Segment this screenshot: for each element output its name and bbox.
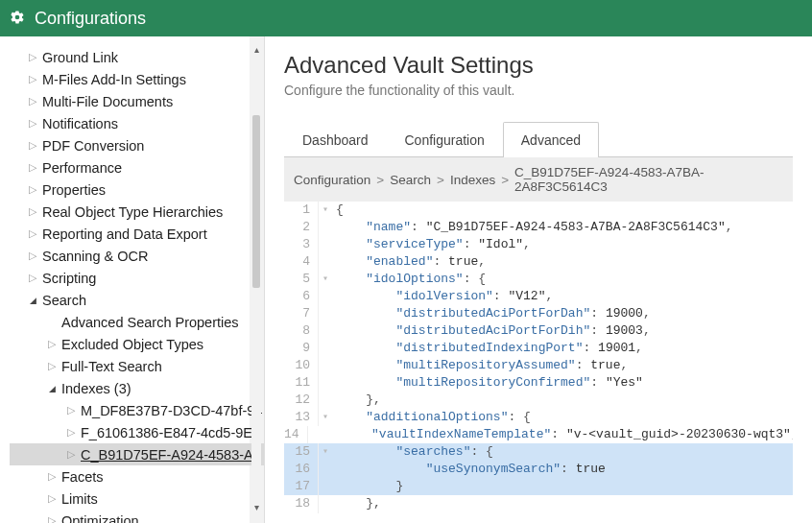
chevron-right-icon[interactable]: ▷: [44, 492, 60, 505]
chevron-right-icon[interactable]: ▷: [25, 95, 40, 107]
chevron-down-icon[interactable]: ◢: [25, 296, 40, 305]
tree-item-label: Reporting and Data Export: [42, 226, 207, 242]
scroll-thumb[interactable]: [252, 115, 260, 288]
chevron-right-icon[interactable]: ▷: [25, 205, 40, 218]
tree-item[interactable]: ▷Performance: [10, 156, 264, 178]
scroll-track[interactable]: [251, 58, 261, 502]
tree-item[interactable]: Advanced Search Properties: [10, 311, 264, 333]
breadcrumb-item[interactable]: C_B91D75EF-A924-4583-A7BA-2A8F3C5614C3: [514, 165, 783, 194]
chevron-right-icon: >: [376, 173, 384, 187]
editor-line[interactable]: 8 "distributedAciPortForDih": 19003,: [284, 322, 793, 340]
tree-item[interactable]: ▷M_DF8E37B7-D3CD-47bf-94: [10, 399, 264, 421]
tree-item[interactable]: ▷Scripting: [10, 267, 264, 289]
line-number: 17: [284, 478, 319, 495]
breadcrumb-item[interactable]: Configuration: [294, 173, 370, 187]
chevron-right-icon[interactable]: ▷: [25, 161, 40, 174]
tree-item[interactable]: ▷Limits: [10, 487, 264, 510]
tree-item[interactable]: ▷Multi-File Documents: [10, 90, 264, 112]
editor-line[interactable]: 10 "multiRepositoryAssumed": true,: [284, 357, 793, 374]
sidebar-scrollbar[interactable]: ▴ ▾: [251, 44, 262, 515]
chevron-right-icon[interactable]: ▷: [25, 250, 40, 262]
code-text: "multiRepositoryAssumed": true,: [332, 357, 793, 374]
tab-configuration[interactable]: Configuration: [387, 122, 503, 157]
editor-line[interactable]: 19 "configurationType": "shared",: [284, 512, 793, 513]
tab-dashboard[interactable]: Dashboard: [284, 122, 387, 157]
tree-item-label: Indexes (3): [61, 381, 131, 396]
editor-line[interactable]: 2 "name": "C_B91D75EF-A924-4583-A7BA-2A8…: [284, 219, 793, 236]
fold-icon: [319, 461, 332, 478]
tree-item-label: Multi-File Documents: [42, 94, 173, 109]
tree-item[interactable]: ▷Optimization: [10, 510, 264, 523]
tree-item[interactable]: ▷Notifications: [10, 112, 264, 134]
tree-item[interactable]: ▷Properties: [10, 178, 264, 201]
editor-line[interactable]: 13▾ "additionalOptions": {: [284, 409, 793, 426]
tab-advanced[interactable]: Advanced: [503, 122, 599, 157]
chevron-right-icon[interactable]: ▷: [25, 183, 40, 196]
code-text: "searches": {: [332, 443, 793, 461]
chevron-right-icon[interactable]: ▷: [25, 227, 40, 240]
tree-item[interactable]: ▷C_B91D75EF-A924-4583-A7: [10, 443, 264, 465]
tree-item[interactable]: ▷M-Files Add-In Settings: [10, 68, 264, 90]
tree-item[interactable]: ▷Facets: [10, 465, 264, 487]
app-header: Configurations: [0, 0, 812, 36]
tree-item[interactable]: ▷Real Object Type Hierarchies: [10, 201, 264, 223]
editor-line[interactable]: 3 "serviceType": "Idol",: [284, 236, 793, 253]
chevron-right-icon[interactable]: ▷: [25, 117, 40, 130]
editor-line[interactable]: 5▾ "idolOptions": {: [284, 271, 793, 288]
editor-line[interactable]: 15▾ "searches": {: [284, 443, 793, 461]
tree-item[interactable]: ▷Reporting and Data Export: [10, 223, 264, 245]
chevron-right-icon[interactable]: ▷: [25, 51, 40, 63]
tree-item-label: Scanning & OCR: [42, 249, 148, 264]
json-editor[interactable]: 1▾{2 "name": "C_B91D75EF-A924-4583-A7BA-…: [284, 202, 793, 513]
editor-line[interactable]: 1▾{: [284, 202, 793, 219]
scroll-down-icon[interactable]: ▾: [254, 502, 259, 515]
fold-icon[interactable]: ▾: [319, 443, 332, 461]
chevron-right-icon[interactable]: ▷: [44, 360, 60, 372]
editor-line[interactable]: 16 "useSynonymSearch": true: [284, 461, 793, 478]
code-text: "distributedIndexingPort": 19001,: [332, 340, 793, 357]
fold-icon[interactable]: ▾: [319, 202, 332, 219]
chevron-right-icon[interactable]: ▷: [63, 404, 79, 416]
scroll-up-icon[interactable]: ▴: [254, 44, 259, 58]
chevron-right-icon[interactable]: ▷: [25, 272, 40, 284]
tree-item-label: Ground Link: [42, 50, 118, 65]
breadcrumb-item[interactable]: Search: [390, 173, 431, 187]
chevron-right-icon[interactable]: ▷: [63, 448, 79, 461]
line-number: 4: [284, 253, 319, 271]
tree-item[interactable]: ◢Search: [10, 289, 264, 311]
chevron-down-icon[interactable]: ◢: [44, 384, 60, 393]
fold-icon[interactable]: ▾: [319, 271, 332, 288]
line-number: 5: [284, 271, 319, 288]
tree-item[interactable]: ▷PDF Conversion: [10, 134, 264, 156]
editor-line[interactable]: 18 },: [284, 495, 793, 512]
tree-item[interactable]: ▷Excluded Object Types: [10, 333, 264, 355]
tree-item[interactable]: ▷Ground Link: [10, 46, 264, 68]
tree-item-label: Optimization: [61, 513, 139, 524]
tree-item[interactable]: ◢Indexes (3): [10, 377, 264, 399]
chevron-right-icon[interactable]: ▷: [44, 338, 60, 350]
editor-line[interactable]: 14 "vaultIndexNameTemplate": "v-<vault_g…: [284, 426, 793, 443]
chevron-right-icon[interactable]: ▷: [44, 514, 60, 523]
chevron-right-icon[interactable]: ▷: [25, 139, 40, 152]
breadcrumb-item[interactable]: Indexes: [450, 173, 495, 187]
tree-item[interactable]: ▷Full-Text Search: [10, 355, 264, 377]
chevron-right-icon[interactable]: ▷: [25, 73, 40, 85]
line-number: 6: [284, 288, 319, 305]
code-text: "useSynonymSearch": true: [332, 461, 793, 478]
chevron-right-icon[interactable]: ▷: [44, 470, 60, 483]
editor-line[interactable]: 11 "multiRepositoryConfirmed": "Yes": [284, 374, 793, 392]
editor-line[interactable]: 6 "idolVersion": "V12",: [284, 288, 793, 305]
tree-item[interactable]: ▷F_61061386-E847-4cd5-9E0: [10, 421, 264, 443]
editor-line[interactable]: 9 "distributedIndexingPort": 19001,: [284, 340, 793, 357]
editor-line[interactable]: 4 "enabled": true,: [284, 253, 793, 271]
fold-icon[interactable]: ▾: [319, 409, 332, 426]
editor-line[interactable]: 17 }: [284, 478, 793, 495]
tree-item[interactable]: ▷Scanning & OCR: [10, 245, 264, 267]
editor-line[interactable]: 7 "distributedAciPortForDah": 19000,: [284, 305, 793, 322]
line-number: 9: [284, 340, 319, 357]
fold-icon: [319, 322, 332, 340]
chevron-right-icon[interactable]: ▷: [63, 426, 79, 439]
code-text: },: [332, 495, 793, 512]
editor-line[interactable]: 12 },: [284, 392, 793, 409]
code-text: "idolVersion": "V12",: [332, 288, 793, 305]
